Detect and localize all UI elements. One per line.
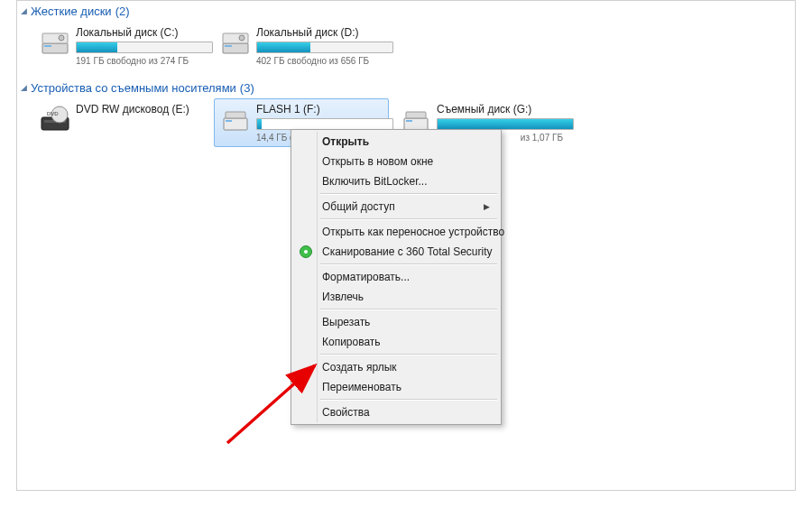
dvd-drive-icon: DVD	[40, 105, 70, 135]
group-header-removable[interactable]: ◢ Устройства со съемными носителями (3)	[17, 78, 795, 98]
hdd-icon	[40, 28, 70, 59]
ctx-open[interactable]: Открыть	[293, 132, 499, 152]
collapse-icon: ◢	[21, 83, 27, 92]
context-menu-sep	[320, 263, 497, 265]
explorer-window: ◢ Жесткие диски (2) Локальный диск (C:)	[16, 0, 796, 491]
svg-rect-1	[44, 45, 51, 47]
capacity-bar-fill-c	[77, 42, 117, 52]
capacity-bar	[256, 42, 393, 53]
360-security-icon	[299, 245, 313, 259]
ctx-format[interactable]: Форматировать...	[293, 267, 499, 287]
drive-name: Съемный диск (G:)	[437, 103, 563, 115]
svg-rect-13	[226, 120, 232, 122]
svg-rect-16	[406, 120, 412, 122]
collapse-icon: ◢	[21, 6, 27, 15]
group-title: Жесткие диски	[31, 5, 112, 18]
svg-rect-5	[225, 45, 232, 47]
group-count: (3)	[240, 81, 254, 95]
ctx-eject[interactable]: Извлечь	[293, 287, 499, 307]
svg-rect-12	[224, 118, 247, 130]
context-menu-sep	[320, 218, 497, 220]
ctx-rename[interactable]: Переименовать	[293, 377, 499, 397]
hdd-icon	[220, 28, 251, 59]
svg-rect-17	[406, 112, 426, 118]
drive-stats: 191 ГБ свободно из 274 ГБ	[76, 56, 202, 66]
submenu-arrow-icon: ▶	[484, 202, 490, 211]
capacity-bar	[76, 42, 213, 53]
group-count: (2)	[115, 5, 130, 18]
ctx-open-portable[interactable]: Открыть как переносное устройство	[293, 222, 499, 242]
drive-name: Локальный диск (C:)	[76, 26, 202, 39]
ctx-copy[interactable]: Копировать	[293, 332, 499, 352]
svg-rect-4	[223, 43, 248, 53]
group-header-hdd[interactable]: ◢ Жесткие диски (2)	[17, 1, 795, 22]
svg-rect-14	[226, 112, 245, 118]
svg-point-19	[304, 250, 308, 254]
drive-stats: 402 ГБ свободно из 656 ГБ	[256, 56, 383, 66]
drive-name: Локальный диск (D:)	[256, 26, 383, 39]
context-menu-sep	[320, 193, 497, 195]
group-title: Устройства со съемными носителями	[31, 81, 236, 95]
hdd-row: Локальный диск (C:) 191 ГБ свободно из 2…	[17, 22, 795, 70]
ctx-create-shortcut[interactable]: Создать ярлык	[293, 357, 499, 377]
ctx-scan-360[interactable]: Сканирование с 360 Total Security	[293, 242, 499, 262]
context-menu: Открыть Открыть в новом окне Включить Bi…	[291, 129, 502, 425]
context-menu-sep	[320, 399, 497, 401]
ctx-open-new-window[interactable]: Открыть в новом окне	[293, 152, 499, 171]
svg-text:DVD: DVD	[47, 111, 59, 116]
ctx-cut[interactable]: Вырезать	[293, 312, 499, 332]
drive-c[interactable]: Локальный диск (C:) 191 ГБ свободно из 2…	[33, 22, 208, 70]
drive-dvd[interactable]: DVD DVD RW дисковод (E:)	[33, 98, 208, 147]
svg-rect-0	[42, 43, 68, 53]
context-menu-sep	[320, 354, 497, 355]
ctx-share[interactable]: Общий доступ ▶	[293, 197, 499, 217]
capacity-bar-fill-flash	[257, 119, 262, 129]
drive-d[interactable]: Локальный диск (D:) 402 ГБ свободно из 6…	[214, 22, 389, 70]
capacity-bar-fill-g	[438, 119, 573, 129]
ctx-bitlocker[interactable]: Включить BitLocker...	[293, 171, 499, 191]
drive-name: DVD RW дисковод (E:)	[76, 103, 202, 115]
drive-name: FLASH 1 (F:)	[256, 103, 383, 115]
context-menu-sep	[320, 309, 497, 310]
svg-point-3	[59, 35, 64, 41]
svg-point-7	[239, 35, 245, 41]
ctx-properties[interactable]: Свойства	[293, 402, 499, 422]
capacity-bar-fill-d	[257, 42, 310, 52]
removable-drive-icon	[220, 105, 251, 135]
